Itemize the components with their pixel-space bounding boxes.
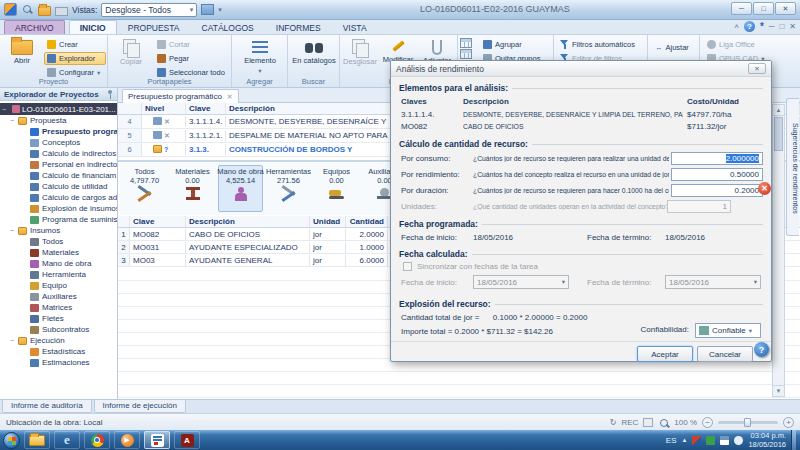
insumo-tab[interactable]: Mano de obra 4,525.14 (218, 165, 263, 212)
tray-expand-icon[interactable]: ▲ (682, 437, 688, 443)
sidebar-item[interactable]: Explosión de insumos (0, 203, 117, 214)
tab-presupuesto-programatico[interactable]: Presupuesto programático ✕ (122, 89, 239, 103)
sidebar-item[interactable]: Propuesta (0, 115, 117, 126)
column-descripcion[interactable]: Descripción (186, 216, 310, 227)
filtros-automaticos-button[interactable]: Filtros automáticos (557, 38, 645, 51)
taskbar-chrome-button[interactable] (84, 431, 110, 449)
expander-icon[interactable] (10, 227, 18, 234)
sidebar-item[interactable]: Estadísticas (0, 346, 117, 357)
en-catalogos-button[interactable]: En catálogos (291, 37, 337, 77)
por-rendimiento-input[interactable]: 0.50000 (671, 168, 763, 181)
print-preview-icon[interactable] (643, 418, 653, 427)
expander-icon[interactable] (10, 337, 18, 344)
ribbon-tab[interactable]: VISTA (332, 20, 378, 34)
tab-informe-ejecucion[interactable]: Informe de ejecución (94, 400, 186, 413)
insumo-tab[interactable]: Herramientas 271.56 (266, 165, 311, 212)
insumo-tab[interactable]: Todos 4,797.70 (122, 165, 167, 212)
tab-informe-auditoria[interactable]: Informe de auditoría (2, 400, 92, 413)
scroll-up-icon[interactable]: ▲ (773, 105, 784, 116)
show-desktop-button[interactable] (791, 430, 796, 450)
open-file-icon[interactable] (38, 6, 51, 16)
sidebar-item[interactable]: Personal en indirectos (0, 159, 117, 170)
explorador-button[interactable]: Explorador (44, 52, 106, 65)
sidebar-item[interactable]: Herramienta (0, 269, 117, 280)
sidebar-item[interactable]: Subcontratos (0, 324, 117, 335)
zoom-slider[interactable] (718, 421, 778, 424)
zoom-out-icon[interactable]: − (702, 417, 713, 428)
ribbon-tab[interactable]: CATÁLOGOS (191, 20, 265, 34)
insumo-tab[interactable]: Materiales 0.00 (170, 165, 215, 212)
group-columns-icon[interactable] (460, 38, 472, 48)
taskbar-media-button[interactable]: ▶ (114, 431, 140, 449)
close-button[interactable]: ✕ (775, 2, 796, 15)
taskbar-adobe-button[interactable]: A (174, 431, 200, 449)
network-icon[interactable] (720, 436, 729, 445)
fecha-inicio-calc-combo[interactable]: 18/05/2016 ▾ (473, 275, 569, 289)
zoom-search-icon[interactable] (658, 417, 669, 428)
close-tab-icon[interactable]: ✕ (227, 93, 233, 101)
collapse-ribbon-icon[interactable]: ˄ (734, 22, 739, 31)
sidebar-item[interactable]: Ejecución (0, 335, 117, 346)
cortar-button[interactable]: Cortar (154, 38, 230, 51)
column-unidad[interactable]: Unidad (310, 216, 346, 227)
dialog-help-icon[interactable]: ? (754, 342, 769, 357)
agrupar-button[interactable]: Agrupar (480, 38, 552, 51)
cancelar-button[interactable]: Cancelar (697, 346, 753, 362)
search-icon[interactable] (21, 3, 34, 16)
refresh-icon[interactable]: ↻ (610, 418, 617, 427)
sidebar-item[interactable]: Cálculo de indirectos (0, 148, 117, 159)
mdi-close-icon[interactable]: ✕ (789, 22, 796, 31)
por-duracion-input[interactable]: 0.2000 (671, 184, 763, 197)
sidebar-item[interactable]: Conceptos (0, 137, 117, 148)
ribbon-tab[interactable]: INFORMES (265, 20, 332, 34)
unidades-input[interactable]: 1 (667, 200, 731, 213)
desglosar-button[interactable]: Desglosar (342, 37, 378, 77)
chevron-down-icon[interactable]: ▾ (218, 6, 222, 14)
taskbar-explorer-button[interactable] (24, 431, 50, 449)
ribbon-tab[interactable]: PROPUESTA (117, 20, 191, 34)
dialog-close-button[interactable]: ✕ (748, 63, 766, 74)
scrollbar-thumb[interactable] (774, 117, 783, 151)
expander-icon[interactable] (10, 117, 18, 124)
copiar-button[interactable]: Copiar (114, 37, 148, 77)
sidebar-item[interactable]: Equipo (0, 280, 117, 291)
taskbar-ie-button[interactable]: e (54, 431, 80, 449)
pegar-button[interactable]: Pegar (154, 52, 230, 65)
column-clave[interactable]: Clave (130, 216, 186, 227)
ajustar-button[interactable]: ↔ Ajustar (652, 41, 692, 54)
vertical-scrollbar[interactable]: ▲ ▼ (772, 104, 785, 397)
abrir-button[interactable]: Abrir (4, 37, 40, 77)
sidebar-item[interactable]: Fletes (0, 313, 117, 324)
ungroup-columns-icon[interactable] (460, 49, 472, 59)
crear-button[interactable]: Crear (44, 38, 106, 51)
project-root-node[interactable]: − LO-016D06011-E03-201... (0, 103, 117, 115)
action-center-icon[interactable] (692, 436, 701, 445)
sidebar-item[interactable]: Matrices (0, 302, 117, 313)
sidebar-item[interactable]: Estimaciones (0, 357, 117, 368)
column-clave[interactable]: Clave (186, 103, 226, 114)
sidebar-item[interactable]: Todos (0, 236, 117, 247)
mdi-minimize-icon[interactable]: ─ (769, 22, 775, 31)
liga-office-button[interactable]: Liga Office (704, 38, 794, 51)
sidebar-item[interactable]: Cálculo de utilidad (0, 181, 117, 192)
scroll-down-icon[interactable]: ▼ (773, 385, 784, 396)
taskbar-clock[interactable]: 03:04 p.m. 18/05/2016 (748, 431, 786, 450)
sidebar-item[interactable]: Presupuesto progra... (0, 126, 117, 137)
ribbon-tab[interactable]: ARCHIVO (4, 20, 65, 34)
fecha-termino-calc-combo[interactable]: 18/05/2016 ▾ (665, 275, 761, 289)
elemento-button[interactable]: Elemento ▾ (238, 37, 282, 77)
ribbon-tab[interactable]: INICIO (69, 20, 117, 34)
mdi-restore-icon[interactable]: □ (779, 22, 784, 31)
aceptar-button[interactable]: Aceptar (637, 346, 693, 362)
sidebar-item[interactable]: Cálculo de cargos adi... (0, 192, 117, 203)
zoom-slider-thumb[interactable] (744, 418, 751, 427)
insumo-tab[interactable]: Equipos 0.00 (314, 165, 359, 212)
print-icon[interactable] (55, 7, 68, 16)
tab-sugerencias-rendimientos[interactable]: Sugerencias de rendimientos (786, 98, 799, 236)
column-nivel[interactable]: Nivel (142, 103, 186, 114)
minimize-button[interactable]: ─ (731, 2, 752, 15)
zoom-in-icon[interactable]: + (783, 417, 794, 428)
sincronizar-checkbox[interactable] (403, 262, 412, 271)
maximize-button[interactable]: □ (753, 2, 774, 15)
sidebar-item[interactable]: Cálculo de financiam... (0, 170, 117, 181)
